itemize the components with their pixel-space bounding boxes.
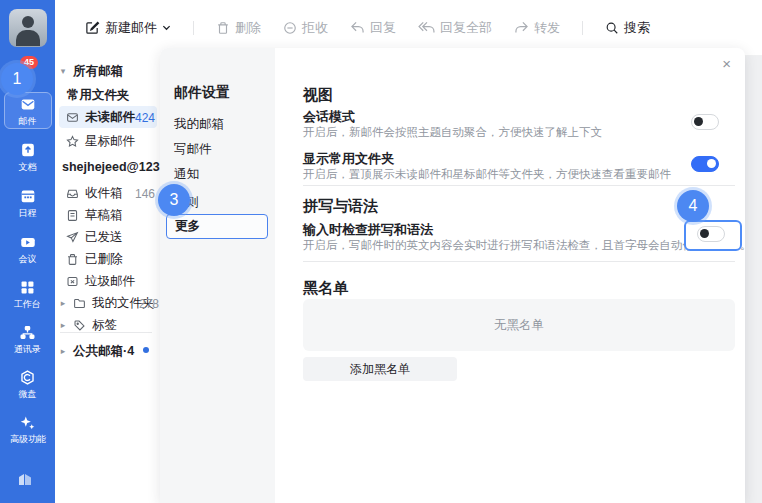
spellcheck-toggle[interactable] [697,226,725,242]
section-common-folders: 常用文件夹 [67,85,130,105]
conversation-mode-toggle[interactable] [691,114,719,130]
section-view-heading: 视图 [303,86,333,105]
annotation-step-1: 1 [1,63,33,95]
rail-label: 高级功能 [9,433,45,443]
folder-icon [73,297,86,310]
folder-sent[interactable]: 已发送 [66,227,123,247]
sent-label: 已发送 [85,229,123,246]
sparkle-icon [19,414,36,431]
rail-item-workspace[interactable]: 工作台 [5,276,51,312]
rail-label: 文档 [18,161,36,171]
draft-icon [66,209,79,222]
folder-unread[interactable]: 未读邮件 [66,107,135,127]
inbox-icon [66,187,79,200]
folder-deleted[interactable]: 已删除 [66,249,123,269]
unread-dot [143,347,149,353]
stats-icon[interactable] [15,469,35,491]
reply-all-label: 回复全部 [440,19,492,37]
reply-all-button[interactable]: 回复全部 [418,19,492,37]
minus-circle-icon [283,21,297,35]
video-icon [19,233,37,251]
calendar-icon [19,187,37,205]
folder-divider [60,332,152,333]
unread-label: 未读邮件 [85,109,135,126]
rail-item-drive[interactable]: 微盘 [5,366,51,402]
rail-item-mail[interactable]: 邮件 [4,92,52,129]
mail-icon [19,95,37,113]
rail-item-advanced[interactable]: 高级功能 [5,411,51,447]
section-divider [303,185,735,186]
common-folders-toggle-desc: 开启后，置顶展示未读邮件和星标邮件等文件夹，方便快速查看重要邮件 [303,167,671,182]
delete-button[interactable]: 删除 [216,19,261,37]
folder-spam[interactable]: 垃圾邮件 [66,271,135,291]
nav-item-compose[interactable]: 写邮件 [174,141,212,158]
docs-icon [19,141,37,159]
reply-button[interactable]: 回复 [350,19,396,37]
public-mailbox-label: 公共邮箱·4 [73,343,134,360]
expand-icon[interactable]: ▸ [59,298,67,308]
reject-label: 拒收 [302,19,328,37]
mail-icon [66,111,79,124]
all-mailboxes-label: 所有邮箱 [73,63,123,80]
rail-item-calendar[interactable]: 日程 [5,184,51,221]
spellcheck-label: 输入时检查拼写和语法 [303,221,433,239]
inbox-count: 146 [135,187,155,201]
org-icon [19,324,36,341]
collapse-icon[interactable]: ▾ [59,66,67,76]
search-button[interactable]: 搜索 [605,19,650,37]
trash-icon [216,21,230,35]
forward-label: 转发 [534,19,560,37]
grid-icon [19,279,36,296]
starred-label: 星标邮件 [85,133,135,150]
spam-icon [66,275,79,288]
reply-icon [350,21,365,34]
rail-label: 通讯录 [14,343,41,353]
inbox-label: 收件箱 [85,185,123,202]
spam-label: 垃圾邮件 [85,273,135,290]
settings-title: 邮件设置 [174,84,230,102]
folder-drafts[interactable]: 草稿箱 [66,205,123,225]
forward-icon [514,21,529,34]
nav-item-my-mailbox[interactable]: 我的邮箱 [174,116,224,133]
blacklist-empty-box: 无黑名单 [303,299,735,351]
delete-label: 删除 [235,19,261,37]
blacklist-empty-label: 无黑名单 [494,317,544,334]
section-spelling-heading: 拼写与语法 [303,197,378,216]
expand-icon[interactable]: ▸ [59,346,67,356]
search-icon [605,21,619,35]
add-blacklist-button[interactable]: 添加黑名单 [303,357,457,381]
deleted-label: 已删除 [85,251,123,268]
my-folders-count: 278 [139,297,159,311]
common-folders-label: 常用文件夹 [67,87,130,104]
folder-all-mailboxes[interactable]: ▾ 所有邮箱 [59,61,123,81]
rail-label: 会议 [18,253,36,263]
rail-item-docs[interactable]: 文档 [5,138,51,175]
rail-item-meeting[interactable]: 会议 [5,230,51,267]
folder-public-mailbox[interactable]: ▸ 公共邮箱·4 [59,341,134,361]
common-folders-toggle[interactable] [691,156,719,172]
folder-starred[interactable]: 星标邮件 [66,131,135,151]
section-divider [303,261,735,262]
unread-count: 424 [135,111,155,125]
expand-icon[interactable]: ▸ [59,320,67,330]
annotation-step-3: 3 [158,184,190,216]
nav-item-more[interactable]: 更多 [166,214,268,239]
forward-button[interactable]: 转发 [514,19,560,37]
conversation-mode-desc: 开启后，新邮件会按照主题自动聚合，方便快速了解上下文 [303,125,602,140]
section-blacklist-heading: 黑名单 [303,279,348,298]
nav-item-more-label: 更多 [175,218,200,235]
rail-label: 邮件 [18,115,36,125]
reject-button[interactable]: 拒收 [283,19,328,37]
compose-button[interactable]: 新建邮件 [85,19,171,37]
compose-label: 新建邮件 [105,19,157,37]
common-folders-toggle-label: 显示常用文件夹 [303,150,394,168]
send-icon [66,231,79,244]
toolbar-separator [582,21,583,35]
nav-item-notifications[interactable]: 通知 [174,166,199,183]
search-label: 搜索 [624,19,650,37]
rail-item-contacts[interactable]: 通讯录 [5,321,51,357]
chevron-down-icon [162,23,171,32]
avatar[interactable] [9,9,47,47]
folder-inbox[interactable]: 收件箱 [66,183,123,203]
drive-icon [19,369,36,386]
